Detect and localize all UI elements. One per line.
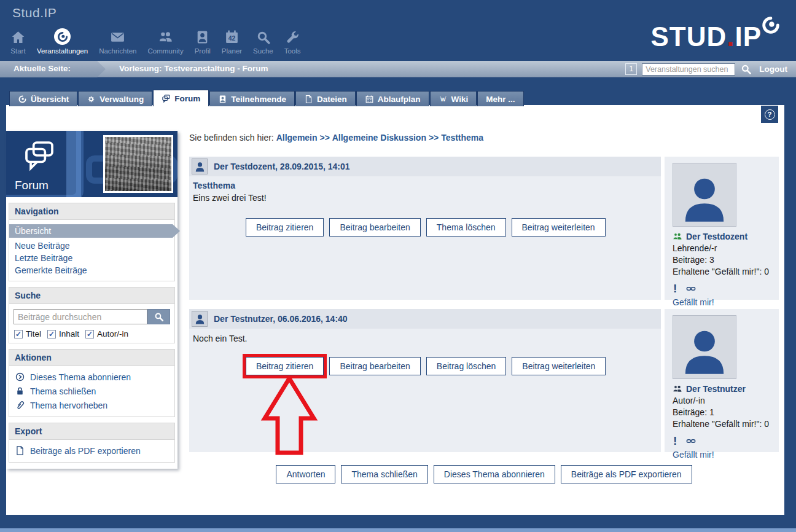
filter-autor[interactable]: Autor/-in (85, 329, 128, 338)
checkbox-checked-icon[interactable] (85, 330, 94, 338)
studip-forum-page: Stud.IP Start Veranstaltungen Nachrichte… (0, 0, 796, 532)
nav-planer[interactable]: 42 Planer (216, 29, 248, 55)
author-name-link[interactable]: Der Testnutzer (673, 384, 779, 394)
quote-post-button[interactable]: Beitrag zitieren (246, 218, 324, 237)
tab-ablaufplan[interactable]: Ablaufplan (356, 91, 429, 106)
nav-start-label: Start (10, 47, 25, 55)
nav-tools[interactable]: Tools (279, 29, 306, 55)
search-icon (154, 311, 164, 322)
forward-post-button[interactable]: Beitrag weiterleiten (512, 357, 606, 375)
author-name-link[interactable]: Der Testdozent (673, 232, 779, 241)
post-search-button[interactable] (147, 309, 170, 324)
tab-uebersicht[interactable]: Übersicht (9, 91, 77, 106)
author-role: Lehrende/-r (673, 243, 779, 253)
gear-icon (87, 95, 96, 104)
search-submit-icon[interactable] (740, 63, 752, 75)
author-post-count: Beiträge: 1 (673, 407, 779, 417)
tab-wiki[interactable]: W Wiki (430, 91, 477, 106)
action-highlight-topic[interactable]: Thema hervorheben (9, 398, 174, 412)
tab-dateien[interactable]: Dateien (295, 91, 356, 106)
nav-veranstaltungen[interactable]: Veranstaltungen (31, 28, 93, 55)
app-name: Stud.IP (12, 6, 57, 20)
post-search-input[interactable] (14, 309, 147, 324)
logo-swirl-icon (760, 15, 781, 36)
exclamation-icon[interactable]: ! (673, 434, 677, 448)
avatar[interactable] (192, 158, 208, 174)
nav-nachrichten[interactable]: Nachrichten (93, 29, 142, 55)
annotation-arrow-icon (260, 375, 318, 457)
avatar[interactable] (192, 311, 208, 327)
filter-titel[interactable]: Titel (14, 329, 41, 338)
edit-post-button[interactable]: Beitrag bearbeiten (329, 357, 420, 375)
crumb-allgemein[interactable]: Allgemein (276, 133, 318, 143)
navigation-section-title: Navigation (9, 203, 175, 220)
tab-forum[interactable]: Forum (153, 90, 209, 106)
breadcrumb-bar: Aktuelle Seite: Vorlesung: Testveranstal… (0, 61, 796, 77)
help-button[interactable]: ? (761, 106, 778, 123)
nav-community[interactable]: Community (142, 29, 189, 55)
like-link[interactable]: Gefällt mir! (673, 297, 779, 307)
subscribe-topic-button[interactable]: Dieses Thema abonnieren (434, 465, 555, 483)
quote-post-button[interactable]: Beitrag zitieren (246, 357, 324, 375)
nav-community-label: Community (148, 47, 184, 55)
export-section: Export Beiträge als PDF exportieren (9, 423, 175, 463)
search-section-title: Suche (9, 287, 175, 304)
avatar[interactable] (673, 163, 736, 227)
author-likes-received: Erhaltene "Gefällt mir!": 0 (673, 267, 779, 276)
crumb-allgemeine-diskussion[interactable]: Allgemeine Diskussion (332, 133, 426, 143)
tab-verwaltung[interactable]: Verwaltung (78, 91, 152, 106)
export-pdf-button[interactable]: Beiträge als PDF exportieren (561, 465, 692, 483)
nav-veranstaltungen-label: Veranstaltungen (37, 47, 88, 55)
nav-planer-label: Planer (222, 47, 242, 55)
calendar-icon: 42 (224, 29, 240, 45)
mail-icon (110, 29, 125, 45)
exclamation-icon[interactable]: ! (673, 282, 677, 295)
community-icon (158, 29, 173, 45)
sidebar-item-letzte-beitraege[interactable]: Letzte Beiträge (9, 252, 174, 264)
nav-suche-label: Suche (253, 47, 273, 55)
close-topic-button[interactable]: Thema schließen (341, 465, 427, 483)
post-author-line[interactable]: Der Testdozent, 28.09.2015, 14:01 (214, 162, 350, 171)
sidebar-item-gemerkte-beitraege[interactable]: Gemerkte Beiträge (9, 264, 174, 276)
link-chain-icon[interactable] (684, 436, 698, 446)
sidebar: Forum Navigation Übersicht Neue Beiträge… (6, 131, 178, 469)
nav-start[interactable]: Start (5, 29, 31, 55)
logout-link[interactable]: Logout (759, 65, 787, 74)
nav-profil[interactable]: Profil (189, 29, 216, 55)
delete-topic-button[interactable]: Thema löschen (426, 218, 506, 237)
search-icon (256, 29, 271, 45)
location-prefix: Sie befinden sich hier: (189, 133, 274, 143)
crumb-testthema[interactable]: Testthema (441, 133, 483, 143)
checkbox-checked-icon[interactable] (47, 330, 56, 338)
sidebar-item-neue-beitraege[interactable]: Neue Beiträge (9, 240, 174, 252)
footer-bar (0, 515, 796, 532)
nav-tools-label: Tools (284, 47, 301, 55)
nav-suche[interactable]: Suche (248, 29, 279, 55)
pdf-file-icon (15, 445, 25, 456)
post-header: Der Testdozent, 28.09.2015, 14:01 (189, 157, 661, 176)
sidebar-item-uebersicht[interactable]: Übersicht (9, 224, 180, 238)
action-close-topic[interactable]: Thema schließen (9, 384, 174, 398)
forward-post-button[interactable]: Beitrag weiterleiten (512, 218, 606, 237)
quick-nav-number[interactable]: 1 (625, 63, 637, 75)
course-search-input[interactable] (642, 63, 735, 76)
tab-teilnehmende[interactable]: Teilnehmende (209, 91, 295, 106)
question-mark-icon: ? (765, 109, 775, 120)
delete-post-button[interactable]: Beitrag löschen (426, 357, 507, 375)
edit-post-button[interactable]: Beitrag bearbeiten (329, 218, 420, 237)
schedule-calendar-icon (365, 95, 374, 104)
author-role: Autor/-in (673, 396, 779, 405)
reply-button[interactable]: Antworten (276, 465, 335, 483)
checkbox-checked-icon[interactable] (14, 330, 23, 338)
navigation-section: Navigation Übersicht Neue Beiträge Letzt… (9, 203, 175, 281)
avatar[interactable] (673, 315, 736, 379)
filter-inhalt[interactable]: Inhalt (47, 329, 79, 338)
post-author-line[interactable]: Der Testnutzer, 06.06.2016, 14:40 (214, 314, 348, 324)
forum-post: Der Testdozent, 28.09.2015, 14:01 Testth… (189, 157, 779, 300)
export-pdf-link[interactable]: Beiträge als PDF exportieren (9, 444, 174, 458)
tab-mehr[interactable]: Mehr ... (477, 91, 523, 106)
link-chain-icon[interactable] (684, 284, 698, 294)
like-link[interactable]: Gefällt mir! (673, 450, 779, 460)
action-subscribe-topic[interactable]: Dieses Thema abonnieren (9, 370, 174, 384)
export-section-title: Export (9, 423, 175, 440)
